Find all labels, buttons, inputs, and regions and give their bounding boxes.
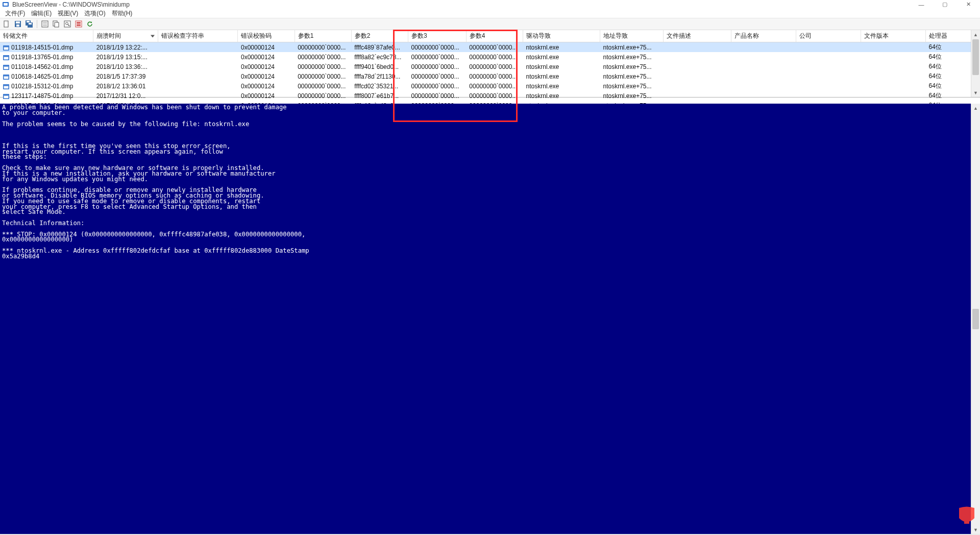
cell-caused_addr: ntoskrnl.exe+75... bbox=[600, 71, 663, 81]
cell-p2: ffff8007`e61b7... bbox=[351, 91, 408, 101]
cell-company bbox=[796, 91, 861, 101]
column-header-p1[interactable]: 参数1 bbox=[295, 30, 351, 42]
menu-edit[interactable]: 编辑(E) bbox=[28, 9, 55, 18]
cell-crashtime: 2017/12/31 12:0... bbox=[93, 91, 158, 101]
column-header-caused_driver[interactable]: 驱动导致 bbox=[523, 30, 600, 42]
column-header-filever[interactable]: 文件版本 bbox=[861, 30, 925, 42]
column-header-p3[interactable]: 参数3 bbox=[408, 30, 467, 42]
minimize-button[interactable]: — bbox=[910, 0, 933, 9]
column-header-dump[interactable]: 转储文件 bbox=[0, 30, 93, 42]
scroll-up-icon[interactable]: ▲ bbox=[971, 104, 980, 112]
cell-crashtime: 2018/1/19 13:22:... bbox=[93, 42, 158, 53]
cell-crashtime: 2018/1/19 13:15:... bbox=[93, 52, 158, 62]
table-row[interactable]: 011918-14515-01.dmp2018/1/19 13:22:...0x… bbox=[0, 42, 980, 53]
table-row[interactable]: 010618-14625-01.dmp2018/1/5 17:37:390x00… bbox=[0, 71, 980, 81]
svg-rect-1 bbox=[4, 3, 8, 6]
column-header-prodname[interactable]: 产品名称 bbox=[731, 30, 796, 42]
dump-file-icon bbox=[3, 74, 9, 79]
scroll-down-icon[interactable]: ▼ bbox=[971, 525, 980, 534]
table-row[interactable]: 010218-15312-01.dmp2018/1/2 13:36:010x00… bbox=[0, 81, 980, 91]
cell-bugcode: 0x00000124 bbox=[238, 91, 295, 101]
cell-bugstr bbox=[158, 62, 238, 71]
scroll-thumb[interactable] bbox=[972, 39, 979, 75]
column-header-crashtime[interactable]: 崩溃时间 bbox=[93, 30, 158, 42]
column-header-p2[interactable]: 参数2 bbox=[351, 30, 408, 42]
cell-bugstr bbox=[158, 52, 238, 62]
cell-p4: 00000000`0000... bbox=[466, 52, 523, 62]
menu-view[interactable]: 视图(V) bbox=[55, 9, 81, 18]
cell-caused_addr: ntoskrnl.exe+75... bbox=[600, 91, 663, 101]
cell-prodname bbox=[731, 52, 796, 62]
cell-p4: 00000000`0000... bbox=[466, 81, 523, 91]
column-header-bugstr[interactable]: 错误检查字符串 bbox=[158, 30, 238, 42]
maximize-button[interactable]: ▢ bbox=[933, 0, 957, 9]
cell-bugstr bbox=[158, 91, 238, 101]
titlebar[interactable]: BlueScreenView - C:\WINDOWS\minidump — ▢… bbox=[0, 0, 980, 9]
svg-rect-31 bbox=[4, 66, 9, 67]
svg-rect-37 bbox=[4, 85, 9, 86]
dump-table[interactable]: 转储文件崩溃时间错误检查字符串错误校验码参数1参数2参数3参数4驱动导致地址导致… bbox=[0, 30, 980, 110]
watermark-icon bbox=[957, 505, 977, 526]
cell-filever bbox=[861, 71, 925, 81]
menu-options[interactable]: 选项(O) bbox=[81, 9, 108, 18]
cell-bugcode: 0x00000124 bbox=[238, 52, 295, 62]
cell-caused_driver: ntoskrnl.exe bbox=[523, 52, 600, 62]
svg-rect-21 bbox=[77, 23, 81, 25]
svg-rect-44 bbox=[964, 520, 969, 524]
cell-crashtime: 2018/1/10 13:36:... bbox=[93, 62, 158, 71]
scroll-up-icon[interactable]: ▲ bbox=[971, 30, 980, 39]
cell-p3: 00000000`0000... bbox=[408, 42, 467, 53]
close-button[interactable]: ✕ bbox=[957, 0, 980, 9]
cell-p2: ffffcd02`35321... bbox=[351, 81, 408, 91]
cell-caused_driver: ntoskrnl.exe bbox=[523, 81, 600, 91]
cell-filedesc bbox=[664, 42, 731, 53]
bsod-preview-pane: A problem has been detected and Windows … bbox=[0, 104, 980, 534]
column-header-bugcode[interactable]: 错误校验码 bbox=[238, 30, 295, 42]
cell-company bbox=[796, 71, 861, 81]
cell-prodname bbox=[731, 91, 796, 101]
find-icon[interactable] bbox=[63, 19, 72, 29]
column-header-filedesc[interactable]: 文件描述 bbox=[664, 30, 731, 42]
cell-company bbox=[796, 52, 861, 62]
cell-p2: ffff8a82`ec9c78... bbox=[351, 52, 408, 62]
menu-file[interactable]: 文件(F) bbox=[2, 9, 28, 18]
file-icon[interactable] bbox=[2, 19, 11, 29]
cell-caused_driver: ntoskrnl.exe bbox=[523, 62, 600, 71]
table-vertical-scrollbar[interactable]: ▲ ▼ bbox=[971, 30, 980, 97]
copy-icon[interactable] bbox=[52, 19, 61, 29]
column-header-caused_addr[interactable]: 地址导致 bbox=[600, 30, 663, 42]
options-icon[interactable] bbox=[74, 19, 83, 29]
pane-vertical-scrollbar[interactable]: ▲ ▼ bbox=[971, 104, 980, 534]
table-row[interactable]: 011918-13765-01.dmp2018/1/19 13:15:...0x… bbox=[0, 52, 980, 62]
cell-p1: 00000000`0000... bbox=[295, 91, 351, 101]
window-controls: — ▢ ✕ bbox=[910, 0, 980, 9]
cell-p2: ffff9401`6bed0... bbox=[351, 62, 408, 71]
save-all-icon[interactable] bbox=[24, 19, 34, 29]
scroll-thumb[interactable] bbox=[972, 309, 979, 329]
cell-p3: 00000000`0000... bbox=[408, 52, 467, 62]
cell-filedesc bbox=[664, 52, 731, 62]
properties-icon[interactable] bbox=[40, 19, 50, 29]
toolbar-separator bbox=[37, 20, 37, 28]
column-header-p4[interactable]: 参数4 bbox=[466, 30, 523, 42]
svg-rect-34 bbox=[4, 76, 9, 77]
svg-rect-28 bbox=[4, 56, 9, 57]
menu-help[interactable]: 帮助(H) bbox=[109, 9, 136, 18]
column-header-company[interactable]: 公司 bbox=[796, 30, 861, 42]
cell-bugcode: 0x00000124 bbox=[238, 62, 295, 71]
table-row[interactable]: 011018-14562-01.dmp2018/1/10 13:36:...0x… bbox=[0, 62, 980, 71]
save-icon[interactable] bbox=[13, 19, 22, 29]
svg-rect-22 bbox=[77, 25, 81, 26]
table-header-row[interactable]: 转储文件崩溃时间错误检查字符串错误校验码参数1参数2参数3参数4驱动导致地址导致… bbox=[0, 30, 980, 42]
cell-p2: ffffc489`87afe0... bbox=[351, 42, 408, 53]
cell-filedesc bbox=[664, 62, 731, 71]
scroll-down-icon[interactable]: ▼ bbox=[971, 88, 980, 97]
cell-filever bbox=[861, 91, 925, 101]
cell-filedesc bbox=[664, 71, 731, 81]
cell-prodname bbox=[731, 81, 796, 91]
table-row[interactable]: 123117-14875-01.dmp2017/12/31 12:0...0x0… bbox=[0, 91, 980, 101]
refresh-icon[interactable] bbox=[85, 19, 94, 29]
cell-caused_driver: ntoskrnl.exe bbox=[523, 71, 600, 81]
cell-dump: 010618-14625-01.dmp bbox=[0, 71, 93, 81]
cell-filever bbox=[861, 62, 925, 71]
